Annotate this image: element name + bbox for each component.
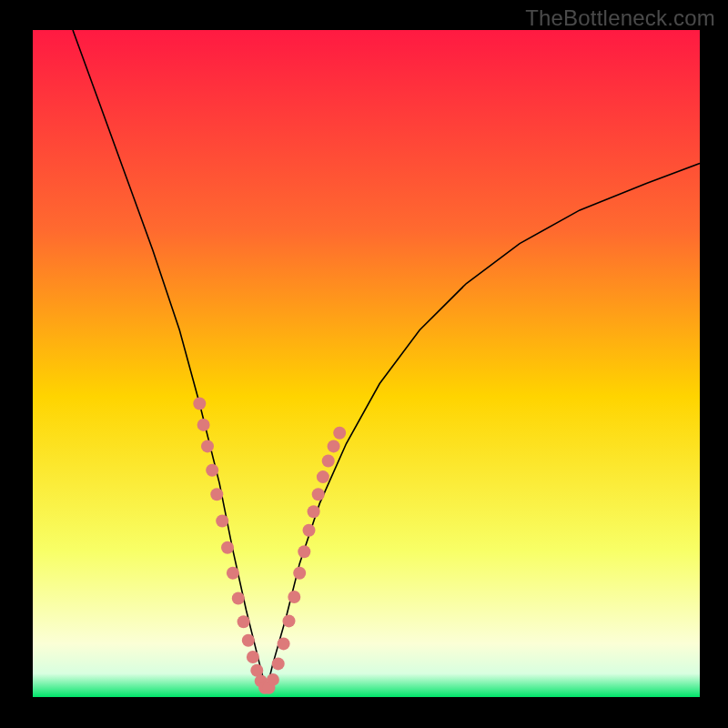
highlight-dot — [206, 464, 218, 477]
highlight-dot — [293, 567, 306, 580]
highlight-dot — [232, 592, 245, 605]
highlight-dot — [193, 398, 206, 410]
highlight-dot — [201, 440, 214, 452]
highlight-dot — [278, 637, 290, 650]
highlight-dot — [216, 515, 228, 528]
highlight-dot — [298, 545, 310, 558]
watermark-text: TheBottleneck.com — [525, 5, 715, 31]
chart-frame: TheBottleneck.com — [0, 0, 728, 728]
highlight-dot — [272, 657, 285, 670]
highlight-dot — [247, 651, 259, 663]
highlight-dot — [303, 524, 316, 537]
highlight-dot — [333, 427, 346, 440]
highlight-dot — [238, 615, 250, 628]
plot-area — [33, 30, 700, 697]
highlight-dot — [227, 567, 239, 580]
highlight-dot — [288, 591, 300, 603]
highlight-dot — [312, 488, 325, 500]
highlight-dot — [317, 470, 329, 483]
highlight-dot — [210, 488, 223, 500]
highlight-dot — [322, 455, 335, 468]
highlight-dot — [328, 440, 340, 452]
highlight-dot — [221, 541, 234, 554]
highlight-dot — [242, 634, 255, 647]
highlight-dot — [267, 673, 279, 686]
highlight-dot — [308, 505, 320, 518]
highlight-dot — [197, 419, 210, 431]
highlight-dot — [283, 614, 296, 627]
chart-svg — [0, 0, 728, 728]
